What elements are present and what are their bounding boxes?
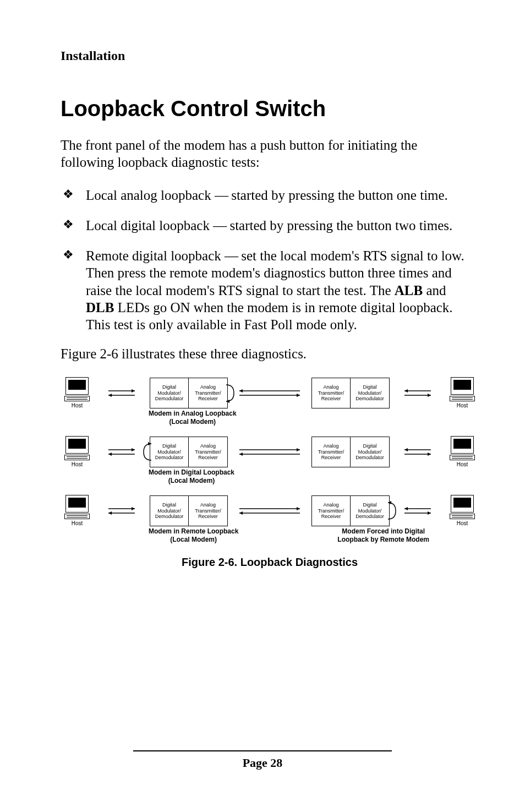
modem-box: Analog Transmitter/ Receiver Digital Mod… [311, 495, 390, 526]
link-line [239, 445, 300, 459]
analog-cell: Analog Transmitter/ Receiver [189, 496, 227, 526]
analog-cell: Analog Transmitter/ Receiver [189, 437, 227, 467]
svg-marker-14 [132, 448, 135, 451]
bullet-item: Local digital loopback — started by pres… [61, 217, 464, 234]
keyboard-icon [450, 514, 475, 519]
double-arrow-icon [105, 504, 138, 517]
svg-marker-10 [404, 389, 408, 393]
digital-cell: Digital Modulator/ Demodulator [351, 378, 389, 408]
intro-paragraph: The front panel of the modem has a push … [61, 137, 464, 171]
svg-marker-8 [297, 394, 300, 397]
host-icon: Host [61, 436, 94, 467]
keyboard-icon [64, 396, 90, 401]
bullet-text-post: started by pressing the button two times… [226, 218, 452, 233]
host-label: Host [72, 520, 83, 526]
digital-cell: Digital Modulator/ Demodulator [351, 437, 389, 467]
svg-marker-21 [239, 453, 243, 456]
monitor-icon [65, 495, 89, 513]
digital-cell: Digital Modulator/ Demodulator [150, 437, 189, 467]
digital-cell: Digital Modulator/ Demodulator [351, 496, 389, 526]
host-icon: Host [446, 377, 479, 408]
loop-arrow-icon [224, 382, 235, 405]
svg-marker-1 [132, 389, 135, 393]
svg-marker-38 [428, 511, 431, 515]
keyboard-icon [64, 455, 90, 460]
svg-marker-12 [428, 394, 431, 397]
page-number: Page 28 [61, 756, 464, 770]
link-line [239, 504, 300, 517]
monitor-icon [451, 377, 474, 395]
bullet-text-post2: LEDs go ON when the modem is in remote d… [86, 300, 453, 332]
keyboard-icon [450, 396, 475, 401]
diagram-caption: Modem in Analog Loopback (Local Modem) [149, 410, 237, 426]
modem-box: Digital Modulator/ Demodulator Analog Tr… [150, 495, 228, 526]
em-dash: — [215, 188, 228, 203]
link-line [239, 386, 300, 400]
modem-box: Digital Modulator/ Demodulator Analog Tr… [150, 378, 228, 408]
em-dash: — [213, 218, 226, 233]
diagram-analog-loopback: Host Digital Modulator/ Demodulator Anal… [61, 377, 479, 408]
host-icon: Host [446, 495, 479, 526]
analog-cell: Analog Transmitter/ Receiver [312, 437, 351, 467]
em-dash: — [225, 248, 238, 263]
svg-marker-27 [132, 507, 135, 510]
host-icon: Host [446, 436, 479, 467]
host-icon: Host [61, 377, 94, 408]
svg-marker-34 [388, 501, 391, 504]
svg-marker-4 [226, 400, 229, 403]
svg-marker-6 [239, 389, 243, 393]
bullet-text-pre: Local analog loopback [86, 188, 215, 203]
double-arrow-icon [401, 445, 434, 459]
bullet-text-pre: Local digital loopback [86, 218, 213, 233]
bold-alb: ALB [395, 283, 423, 298]
running-head: Installation [61, 48, 464, 63]
bullet-text-mid: and [423, 283, 446, 298]
figure-2-6: Host Digital Modulator/ Demodulator Anal… [61, 377, 479, 569]
bold-dlb: DLB [86, 300, 114, 315]
svg-marker-16 [108, 453, 112, 456]
figure-caption: Figure 2-6. Loopback Diagnostics [61, 556, 479, 569]
diagram-caption: Modem in Remote Loopback (Local Modem) [149, 527, 238, 544]
loop-arrow-icon [386, 499, 397, 522]
modem-box: Analog Transmitter/ Receiver Digital Mod… [311, 437, 390, 467]
diagram-digital-loopback: Host Digital Modulator/ Demodulator Anal… [61, 436, 479, 467]
svg-marker-3 [108, 394, 112, 397]
double-arrow-icon [105, 445, 138, 459]
modem-box: Analog Transmitter/ Receiver Digital Mod… [311, 378, 390, 408]
host-label: Host [72, 402, 83, 408]
double-arrow-icon [401, 386, 434, 400]
svg-marker-23 [404, 448, 408, 451]
monitor-icon [65, 436, 89, 454]
svg-marker-17 [148, 442, 151, 445]
keyboard-icon [450, 455, 475, 460]
host-label: Host [457, 402, 468, 408]
svg-marker-25 [428, 453, 431, 456]
bullet-item: Remote digital loopback — set the local … [61, 247, 464, 333]
svg-marker-19 [297, 448, 300, 451]
figure-reference: Figure 2-6 illustrates these three diagn… [61, 346, 464, 362]
page-title: Loopback Control Switch [61, 96, 464, 121]
footer-rule [133, 750, 392, 751]
diagram-remote-loopback: Host Digital Modulator/ Demodulator Anal… [61, 495, 479, 526]
bullet-text-pre: Remote digital loopback [86, 248, 225, 263]
diagram-caption: Modem Forced into Digital Loopback by Re… [337, 527, 429, 544]
host-label: Host [457, 461, 468, 467]
svg-marker-33 [239, 511, 243, 515]
analog-cell: Analog Transmitter/ Receiver [189, 378, 227, 408]
diagram-caption: Modem in Digital Loopback (Local Modem) [149, 468, 234, 485]
page-footer: Page 28 [61, 750, 464, 770]
monitor-icon [451, 495, 474, 513]
host-icon: Host [61, 495, 94, 526]
double-arrow-icon [105, 386, 138, 400]
bullet-item: Local analog loopback — started by press… [61, 187, 464, 204]
monitor-icon [65, 377, 89, 395]
host-label: Host [72, 461, 83, 467]
modem-box: Digital Modulator/ Demodulator Analog Tr… [150, 437, 228, 467]
svg-marker-31 [297, 507, 300, 510]
analog-cell: Analog Transmitter/ Receiver [312, 378, 351, 408]
double-arrow-icon [401, 504, 434, 517]
loop-arrow-icon [143, 440, 154, 464]
monitor-icon [451, 436, 474, 454]
bullet-list: Local analog loopback — started by press… [61, 187, 464, 334]
host-label: Host [457, 520, 468, 526]
